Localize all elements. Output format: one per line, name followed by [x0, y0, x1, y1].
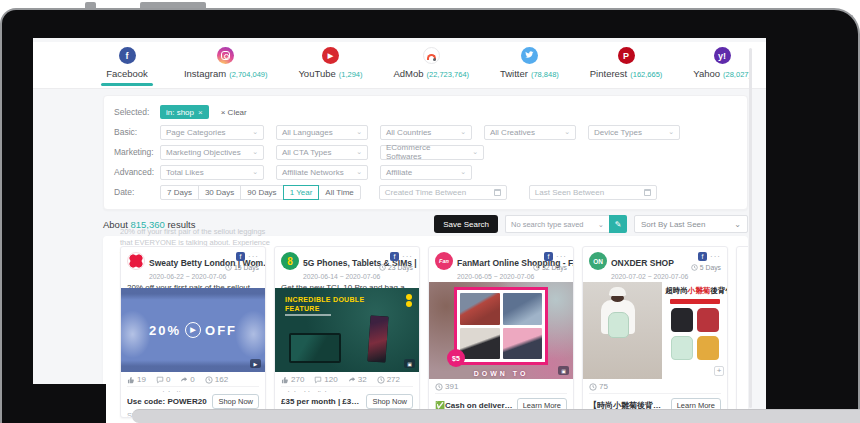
- ad-stats: 75: [583, 379, 727, 393]
- clock-icon: [691, 264, 698, 271]
- chevron-down-icon: ⌄: [356, 128, 362, 136]
- chevron-down-icon: ⌄: [252, 168, 258, 176]
- date-all-time-button[interactable]: All Time: [318, 185, 360, 200]
- filter-row-advanced: Advanced: Total Likes⌄ Affiliate Network…: [114, 162, 737, 182]
- facebook-platform-icon: f: [698, 252, 707, 261]
- advertiser-avatar: ON: [589, 252, 607, 270]
- device-corner: [28, 384, 106, 423]
- tab-instagram[interactable]: Instagram(2,704,049): [184, 47, 268, 86]
- shop-now-button[interactable]: Shop Now: [366, 394, 413, 409]
- twitter-icon: [521, 47, 538, 64]
- ad-creative-image[interactable]: $5 DOWN TO ▣: [429, 282, 573, 379]
- date-1-year-button[interactable]: 1 Year: [283, 185, 320, 200]
- ad-cta-text: £35 per month | £30 upfront | ...: [281, 397, 362, 406]
- comment-icon: [314, 376, 322, 384]
- model-photo-graphic: [583, 282, 662, 379]
- ad-date-range: 2020-06-05 ~ 2020-07-06: [457, 273, 531, 280]
- tab-facebook[interactable]: f Facebook: [101, 47, 153, 86]
- clock-icon: [435, 383, 443, 391]
- comment-icon: [156, 376, 164, 384]
- date-90-days-button[interactable]: 90 Days: [240, 185, 283, 200]
- youtube-icon: ▶: [322, 47, 339, 64]
- more-options-icon[interactable]: ···: [248, 252, 259, 261]
- advertiser-title[interactable]: ONXDER SHOP: [611, 258, 674, 268]
- like-icon: [127, 376, 135, 384]
- chevron-down-icon: ⌄: [252, 128, 258, 136]
- date-range-segmented-control: 7 Days 30 Days 90 Days 1 Year All Time: [160, 185, 361, 200]
- tab-count: (78,848): [531, 70, 559, 79]
- advertiser-avatar: 8: [281, 252, 299, 270]
- ad-creative-image[interactable]: 超時尚小雛菊後背包 +: [583, 282, 727, 379]
- ad-duration: 5 Days: [700, 264, 721, 271]
- ad-stats: 270 120 32 272: [275, 372, 419, 386]
- video-media-icon[interactable]: ▶: [250, 359, 261, 368]
- tab-yahoo[interactable]: y! Yahoo(28,027): [693, 47, 751, 86]
- edit-saved-search-button[interactable]: ✎: [609, 215, 627, 233]
- chevron-down-icon: ⌄: [668, 128, 674, 136]
- image-media-icon[interactable]: ▣: [558, 366, 569, 375]
- ad-date-range: 2020-07-02 ~ 2020-07-06: [611, 273, 689, 280]
- selected-filter-chip[interactable]: in: shop ×: [160, 105, 209, 119]
- shop-now-button[interactable]: Shop Now: [212, 394, 259, 409]
- dropdown-ecommerce-softwares[interactable]: ECommerce Softwares⌄: [380, 145, 484, 160]
- saved-search-type-control: No search type saved ⌄ ✎: [505, 215, 627, 233]
- image-media-icon[interactable]: ▣: [404, 359, 415, 368]
- tab-admob[interactable]: AdMob(22,723,764): [393, 47, 469, 86]
- more-options-icon[interactable]: ···: [556, 252, 567, 261]
- tab-youtube[interactable]: ▶ YouTube(1,294): [298, 47, 362, 86]
- tv-graphic: [289, 333, 341, 363]
- clock-icon: [377, 376, 385, 384]
- app-screen: f Facebook Instagram(2,704,049) ▶ YouTub…: [33, 38, 766, 423]
- facebook-platform-icon: f: [544, 252, 553, 261]
- clock-icon: [379, 264, 386, 271]
- date-7-days-button[interactable]: 7 Days: [160, 185, 199, 200]
- date-30-days-button[interactable]: 30 Days: [198, 185, 241, 200]
- ad-duration: 23 Days: [388, 264, 413, 271]
- tab-pinterest[interactable]: P Pinterest(162,665): [590, 47, 663, 86]
- dropdown-cta-types[interactable]: All CTA Types⌄: [276, 145, 368, 160]
- chevron-down-icon: ⌄: [564, 128, 570, 136]
- ad-duration: 15 Days: [234, 264, 259, 271]
- clock-icon: [225, 264, 232, 271]
- creative-headline: DOWN TO: [429, 370, 573, 377]
- chip-close-icon[interactable]: ×: [198, 108, 203, 117]
- saved-search-type-select[interactable]: No search type saved ⌄: [505, 215, 609, 233]
- ad-creative-image[interactable]: INCREDIBLE DOUBLE FEATURE ▣: [275, 288, 419, 372]
- dropdown-all-countries[interactable]: All Countries⌄: [380, 125, 472, 140]
- more-options-icon[interactable]: ···: [402, 252, 413, 261]
- dropdown-affiliate-networks[interactable]: Affiliate Networks⌄: [276, 165, 368, 180]
- advertiser-avatar: [127, 252, 145, 270]
- product-grid-graphic: [454, 287, 548, 365]
- filter-panel: Selected: in: shop × × Clear Basic: Page…: [103, 95, 748, 210]
- sort-by-dropdown[interactable]: Sort By Last Seen ⌄: [634, 215, 748, 233]
- created-time-between-input[interactable]: Created Time Between: [379, 185, 507, 200]
- phone-graphic: [365, 314, 390, 365]
- ad-cta-text: Use code: POWER20: [127, 397, 208, 406]
- dropdown-total-likes[interactable]: Total Likes⌄: [160, 165, 264, 180]
- ad-duration: 32 Days: [542, 264, 567, 271]
- play-icon[interactable]: ▶: [185, 322, 201, 338]
- creative-headline: INCREDIBLE DOUBLE FEATURE: [285, 296, 364, 314]
- save-search-button[interactable]: Save Search: [434, 215, 498, 233]
- dropdown-affiliate[interactable]: Affiliate⌄: [380, 165, 472, 180]
- ad-stats: 19 0 0 162: [121, 372, 265, 386]
- scrollbar[interactable]: [749, 48, 752, 408]
- expand-icon[interactable]: +: [714, 366, 724, 376]
- ad-creative-image[interactable]: 20% ▶ OFF ▶: [121, 288, 265, 372]
- more-options-icon[interactable]: ···: [710, 252, 721, 261]
- chevron-down-icon: ⌄: [472, 148, 478, 156]
- calendar-icon: [494, 189, 501, 196]
- dropdown-marketing-objectives[interactable]: Marketing Objectives⌄: [160, 145, 264, 160]
- active-tab-underline: [101, 83, 153, 86]
- dropdown-device-types[interactable]: Device Types⌄: [588, 125, 680, 140]
- tab-twitter[interactable]: Twitter(78,848): [500, 47, 559, 86]
- chevron-down-icon: ⌄: [356, 168, 362, 176]
- share-icon: [180, 376, 188, 384]
- dropdown-page-categories[interactable]: Page Categories⌄: [160, 125, 264, 140]
- dropdown-all-languages[interactable]: All Languages⌄: [276, 125, 368, 140]
- chevron-down-icon: ⌄: [460, 168, 466, 176]
- clear-filters-link[interactable]: × Clear: [221, 108, 247, 117]
- last-seen-between-input[interactable]: Last Seen Between: [529, 185, 657, 200]
- calendar-icon: [644, 189, 651, 196]
- dropdown-all-creatives[interactable]: All Creatives⌄: [484, 125, 576, 140]
